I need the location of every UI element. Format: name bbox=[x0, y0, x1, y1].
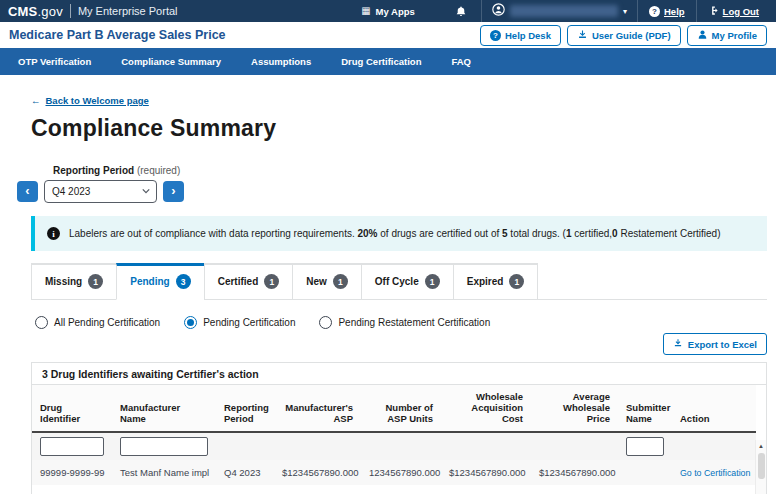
application-title: Medicare Part B Average Sales Price bbox=[9, 28, 226, 42]
scrollbar-thumb[interactable] bbox=[758, 453, 765, 479]
info-icon: i bbox=[47, 227, 60, 240]
tab-off-cycle[interactable]: Off Cycle1 bbox=[361, 263, 454, 300]
nav-compliance-summary[interactable]: Compliance Summary bbox=[121, 56, 221, 67]
certified-count-badge: 1 bbox=[264, 274, 279, 289]
tab-missing[interactable]: Missing1 bbox=[31, 263, 117, 300]
portal-name: My Enterprise Portal bbox=[78, 5, 178, 17]
alert-message: Labelers are out of compliance with data… bbox=[69, 228, 720, 239]
off-cycle-count-badge: 1 bbox=[425, 274, 440, 289]
radio-all-pending-certification[interactable]: All Pending Certification bbox=[35, 316, 160, 329]
table-scrollbar[interactable]: ▲ bbox=[755, 440, 766, 494]
help-desk-button[interactable]: ? Help Desk bbox=[480, 25, 561, 46]
download-icon bbox=[673, 338, 683, 350]
go-to-certification-link[interactable]: Go to Certification→ bbox=[680, 468, 756, 478]
chevron-left-icon: ‹ bbox=[25, 184, 29, 197]
export-to-excel-button[interactable]: Export to Excel bbox=[663, 333, 767, 355]
col-manufacturers-asp: Manufacturer's ASP bbox=[274, 385, 361, 432]
back-to-welcome-link[interactable]: ← Back to Welcome page bbox=[31, 95, 149, 106]
col-reporting-period: Reporting Period bbox=[216, 385, 274, 432]
app-window: CMS.gov My Enterprise Portal ▦ My Apps ▾… bbox=[0, 0, 776, 494]
table-filter-row bbox=[32, 432, 756, 460]
tab-pending[interactable]: Pending3 bbox=[116, 263, 204, 300]
next-period-button[interactable]: › bbox=[163, 181, 184, 202]
help-icon: ? bbox=[649, 6, 660, 17]
table-row: 99999-9999-99 Test Manf Name impl Q4 202… bbox=[32, 460, 756, 485]
apps-grid-icon: ▦ bbox=[361, 6, 370, 16]
expired-count-badge: 1 bbox=[509, 274, 524, 289]
nav-drug-certification[interactable]: Drug Certification bbox=[341, 56, 421, 67]
chevron-right-icon: › bbox=[171, 184, 175, 197]
caret-down-icon: ▾ bbox=[623, 7, 627, 16]
radio-pending-certification[interactable]: Pending Certification bbox=[184, 316, 295, 329]
submitter-name-filter-input[interactable] bbox=[626, 437, 664, 456]
reporting-period-label: Reporting Period (required) bbox=[53, 165, 767, 176]
user-guide-label: User Guide (PDF) bbox=[592, 30, 671, 41]
status-tabs: Missing1 Pending3 Certified1 New1 Off Cy… bbox=[31, 263, 767, 300]
scroll-up-icon[interactable]: ▲ bbox=[758, 440, 764, 449]
col-wholesale-acquisition-cost: Wholesale Acquisition Cost bbox=[441, 385, 531, 432]
nav-faq[interactable]: FAQ bbox=[451, 56, 471, 67]
col-average-wholesale-price: Average Wholesale Price bbox=[531, 385, 618, 432]
notifications-bell-icon[interactable] bbox=[441, 5, 481, 18]
top-bar-right: ▾ ? Help Log Out bbox=[441, 0, 770, 22]
pending-drugs-table: Drug Identifier Manufacturer Name Report… bbox=[32, 385, 756, 494]
back-arrow-icon: ← bbox=[31, 95, 41, 106]
user-guide-button[interactable]: User Guide (PDF) bbox=[567, 25, 681, 46]
help-link[interactable]: ? Help bbox=[637, 0, 696, 22]
nav-otp-verification[interactable]: OTP Verification bbox=[18, 56, 91, 67]
table-header-row: Drug Identifier Manufacturer Name Report… bbox=[32, 385, 756, 432]
pending-drugs-table-card: 3 Drug Identifiers awaiting Certifier's … bbox=[31, 362, 767, 494]
my-apps-button[interactable]: ▦ My Apps bbox=[361, 6, 415, 17]
main-content: ← Back to Welcome page Compliance Summar… bbox=[0, 75, 776, 494]
avatar-icon bbox=[492, 2, 505, 20]
radio-circle-icon bbox=[319, 316, 332, 329]
user-menu[interactable]: ▾ bbox=[481, 0, 637, 22]
cms-logo[interactable]: CMS.gov My Enterprise Portal bbox=[8, 2, 178, 20]
sub-header-actions: ? Help Desk User Guide (PDF) My Profile bbox=[480, 25, 767, 46]
nav-assumptions[interactable]: Assumptions bbox=[251, 56, 311, 67]
reporting-period-select[interactable]: Q4 2023 bbox=[44, 180, 157, 203]
my-profile-label: My Profile bbox=[712, 30, 757, 41]
back-link-label: Back to Welcome page bbox=[46, 95, 149, 106]
pending-count-badge: 3 bbox=[176, 274, 191, 289]
tab-certified[interactable]: Certified1 bbox=[204, 263, 294, 300]
col-action: Action bbox=[672, 385, 756, 432]
col-drug-identifier: Drug Identifier bbox=[32, 385, 112, 432]
export-row: Export to Excel bbox=[31, 333, 767, 355]
previous-period-button[interactable]: ‹ bbox=[17, 181, 38, 202]
table-title: 3 Drug Identifiers awaiting Certifier's … bbox=[32, 363, 766, 385]
col-submitter-name: Submitter Name bbox=[618, 385, 672, 432]
page-title: Compliance Summary bbox=[31, 115, 767, 142]
pending-filter-radios: All Pending Certification Pending Certif… bbox=[35, 316, 767, 329]
manufacturer-name-filter-input[interactable] bbox=[120, 437, 208, 456]
brand-cms: CMS.gov bbox=[8, 2, 63, 20]
missing-count-badge: 1 bbox=[88, 274, 103, 289]
reporting-period-select-wrap: Q4 2023 bbox=[44, 180, 157, 203]
sub-header: Medicare Part B Average Sales Price ? He… bbox=[0, 22, 776, 48]
radio-pending-restatement-certification[interactable]: Pending Restatement Certification bbox=[319, 316, 490, 329]
help-label: Help bbox=[664, 6, 685, 17]
logout-label: Log Out bbox=[723, 6, 759, 17]
logout-link[interactable]: Log Out bbox=[696, 0, 770, 22]
table-row: 99999-9999-99 Test Manf Name impl Q4 202… bbox=[32, 485, 756, 494]
radio-selected-icon bbox=[184, 316, 197, 329]
reporting-period-control: ‹ Q4 2023 › bbox=[17, 180, 767, 203]
help-desk-label: Help Desk bbox=[505, 30, 551, 41]
col-manufacturer-name: Manufacturer Name bbox=[112, 385, 216, 432]
drug-identifier-filter-input[interactable] bbox=[40, 437, 104, 456]
logout-icon bbox=[708, 5, 719, 18]
radio-circle-icon bbox=[35, 316, 48, 329]
download-icon bbox=[577, 29, 588, 42]
help-desk-icon: ? bbox=[490, 30, 501, 41]
compliance-info-alert: i Labelers are out of compliance with da… bbox=[31, 216, 767, 251]
main-navigation: OTP Verification Compliance Summary Assu… bbox=[0, 48, 776, 75]
tab-new[interactable]: New1 bbox=[292, 263, 362, 300]
top-bar: CMS.gov My Enterprise Portal ▦ My Apps ▾… bbox=[0, 0, 776, 22]
col-number-of-asp-units: Number of ASP Units bbox=[361, 385, 441, 432]
profile-icon bbox=[697, 29, 708, 42]
brand-divider bbox=[70, 4, 71, 18]
new-count-badge: 1 bbox=[333, 274, 348, 289]
my-profile-button[interactable]: My Profile bbox=[687, 25, 767, 46]
username-redacted bbox=[510, 5, 618, 17]
tab-expired[interactable]: Expired1 bbox=[453, 263, 539, 300]
